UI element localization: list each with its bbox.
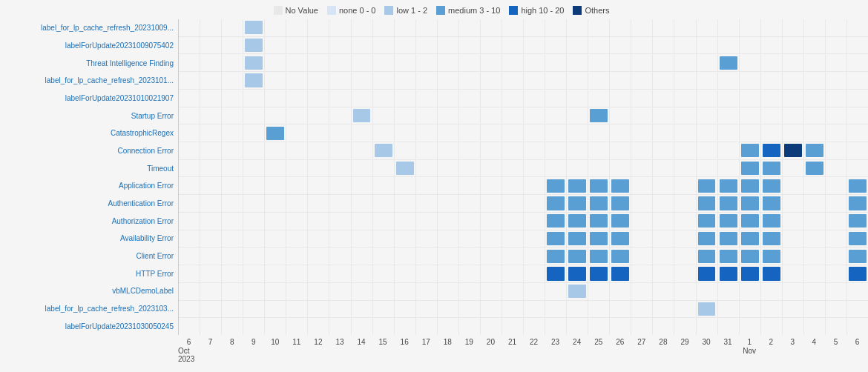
x-tick-label-18: 24 [573,338,581,346]
x-month-0: Oct 2023 [178,347,200,363]
cell-5-15 [502,107,524,124]
cell-1-20 [610,37,631,54]
cell-1-29 [804,37,826,54]
cell-2-23 [674,54,696,71]
cell-block-2-25 [720,56,737,70]
cell-6-1 [200,124,222,142]
y-label-15: vbMLCDemoLabel [0,282,178,300]
cell-4-10 [395,90,416,107]
cell-0-8 [352,19,373,36]
cell-0-30 [826,19,847,36]
cell-16-9 [373,301,395,318]
grid-row-9 [179,177,868,195]
cell-1-14 [481,37,502,54]
cell-4-21 [631,90,653,107]
cell-7-21 [631,142,653,159]
cell-12-26 [740,230,761,248]
cell-3-23 [674,72,696,89]
cell-12-30 [826,230,847,248]
cell-8-14 [481,160,502,177]
cell-4-1 [200,90,222,107]
cell-6-9 [373,124,395,142]
cell-17-9 [373,318,395,335]
cell-8-0 [179,160,200,177]
cell-14-12 [438,265,459,282]
cell-12-18 [567,230,588,248]
cell-2-10 [395,54,416,71]
cell-14-28 [783,265,804,282]
y-label-6: CatastrophicRegex [0,124,178,142]
cell-7-10 [395,142,416,159]
cell-block-5-8 [353,109,371,122]
cell-8-15 [502,160,524,177]
cell-block-12-24 [698,232,716,245]
x-tick-4: 10 [264,335,286,359]
cell-6-12 [438,124,459,142]
medium-swatch [436,6,445,15]
x-tick-8: 14 [351,335,372,359]
cell-9-6 [308,177,329,194]
x-tick-label-9: 15 [379,338,387,346]
cell-12-0 [179,230,200,248]
cell-10-26 [740,195,761,212]
high-swatch [509,6,518,15]
cell-9-23 [674,177,696,194]
x-tick-label-14: 20 [487,338,495,346]
cell-10-7 [329,195,351,212]
cell-15-23 [674,283,696,300]
cell-0-14 [481,19,502,36]
cell-15-17 [545,283,567,300]
cell-9-3 [243,177,265,194]
cell-7-16 [524,142,545,159]
cell-14-4 [265,265,286,282]
cell-8-12 [438,160,459,177]
cell-16-12 [438,301,459,318]
x-tick-19: 25 [588,335,609,359]
cell-6-6 [308,124,329,142]
cell-9-20 [610,177,631,194]
cell-12-22 [653,230,674,248]
cell-10-11 [416,195,438,212]
grid-row-15 [179,283,868,301]
cell-7-24 [697,142,718,159]
cell-8-21 [631,160,653,177]
cell-5-0 [179,107,200,124]
x-tick-0: 6Oct 2023 [178,335,200,359]
cell-block-14-24 [698,267,716,280]
cell-5-28 [783,107,804,124]
cell-11-26 [740,213,761,230]
cell-11-27 [761,213,783,230]
cell-block-12-27 [763,232,780,245]
cell-11-14 [481,213,502,230]
low-swatch [384,6,393,15]
cell-1-11 [416,37,438,54]
cell-4-8 [352,90,373,107]
cell-10-29 [804,195,826,212]
cell-block-8-10 [396,162,414,175]
cell-block-9-27 [763,179,780,193]
cell-11-2 [222,213,243,230]
cell-9-26 [740,177,761,194]
cell-11-8 [352,213,373,230]
cell-15-5 [286,283,308,300]
cell-8-24 [697,160,718,177]
cell-6-7 [329,124,351,142]
cell-4-2 [222,90,243,107]
cell-13-14 [481,248,502,265]
grid-row-17 [179,318,868,335]
y-label-5: Startup Error [0,107,178,124]
grid-row-14 [179,265,868,283]
cell-1-17 [545,37,567,54]
cell-17-8 [352,318,373,335]
cell-11-23 [674,213,696,230]
cell-block-10-25 [720,196,737,210]
cell-15-7 [329,283,351,300]
cell-15-11 [416,283,438,300]
cell-1-18 [567,37,588,54]
cell-3-4 [265,72,286,89]
cell-7-8 [352,142,373,159]
y-label-11: Authorization Error [0,212,178,230]
cell-7-5 [286,142,308,159]
cell-block-13-27 [763,250,780,263]
cell-16-25 [718,301,740,318]
